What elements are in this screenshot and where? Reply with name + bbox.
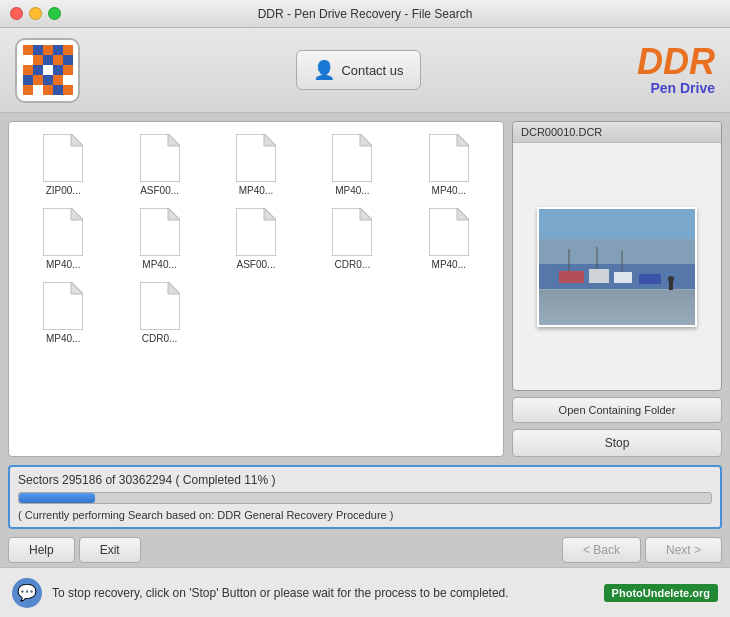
window-title: DDR - Pen Drive Recovery - File Search: [258, 7, 473, 21]
progress-bar-container: [18, 492, 712, 504]
preview-panel: DCR00010.DCR: [512, 121, 722, 457]
file-grid-container[interactable]: ZIP00... ASF00... MP40... MP40... MP40..…: [8, 121, 504, 457]
file-label: ASF00...: [237, 259, 276, 270]
file-label: ASF00...: [140, 185, 179, 196]
svg-rect-28: [559, 271, 584, 283]
file-label: MP40...: [432, 259, 466, 270]
file-item[interactable]: ASF00...: [113, 130, 205, 200]
info-icon: 💬: [12, 578, 42, 608]
file-item[interactable]: MP40...: [403, 130, 495, 200]
main-container: 👤 Contact us DDR Pen Drive ZIP00... ASF0…: [0, 28, 730, 617]
file-icon: [429, 134, 469, 182]
file-icon: [236, 134, 276, 182]
back-button[interactable]: < Back: [562, 537, 641, 563]
exit-button[interactable]: Exit: [79, 537, 141, 563]
file-icon: [140, 208, 180, 256]
contact-button[interactable]: 👤 Contact us: [296, 50, 420, 90]
next-button[interactable]: Next >: [645, 537, 722, 563]
open-folder-button[interactable]: Open Containing Folder: [512, 397, 722, 423]
info-bar: 💬 To stop recovery, click on 'Stop' Butt…: [0, 567, 730, 617]
contact-label: Contact us: [341, 63, 403, 78]
file-grid: ZIP00... ASF00... MP40... MP40... MP40..…: [17, 130, 495, 348]
contact-icon: 👤: [313, 59, 335, 81]
svg-marker-23: [168, 282, 180, 294]
file-icon: [43, 282, 83, 330]
info-message: To stop recovery, click on 'Stop' Button…: [52, 586, 594, 600]
preview-box: DCR00010.DCR: [512, 121, 722, 391]
file-icon: [332, 208, 372, 256]
file-label: CDR0...: [142, 333, 178, 344]
svg-marker-9: [457, 134, 469, 146]
svg-marker-7: [360, 134, 372, 146]
svg-rect-30: [614, 272, 632, 283]
file-label: MP40...: [46, 259, 80, 270]
help-button[interactable]: Help: [8, 537, 75, 563]
svg-marker-19: [457, 208, 469, 220]
file-item[interactable]: CDR0...: [306, 204, 398, 274]
svg-rect-26: [539, 264, 697, 304]
ddr-logo: DDR Pen Drive: [637, 44, 715, 96]
progress-status: ( Currently performing Search based on: …: [18, 509, 712, 521]
file-item[interactable]: MP40...: [210, 130, 302, 200]
content-area: ZIP00... ASF00... MP40... MP40... MP40..…: [0, 113, 730, 465]
file-item[interactable]: CDR0...: [113, 278, 205, 348]
file-item[interactable]: MP40...: [17, 204, 109, 274]
svg-rect-27: [539, 289, 697, 327]
file-label: MP40...: [142, 259, 176, 270]
pen-drive-text: Pen Drive: [637, 80, 715, 96]
svg-marker-11: [71, 208, 83, 220]
svg-marker-5: [264, 134, 276, 146]
svg-marker-13: [168, 208, 180, 220]
file-item[interactable]: ASF00...: [210, 204, 302, 274]
ddr-text: DDR: [637, 44, 715, 80]
file-icon: [43, 208, 83, 256]
svg-marker-15: [264, 208, 276, 220]
file-label: MP40...: [239, 185, 273, 196]
svg-marker-3: [168, 134, 180, 146]
svg-rect-35: [669, 281, 673, 293]
bottom-bar: Help Exit < Back Next >: [0, 533, 730, 567]
watermark: PhotoUndelete.org: [604, 584, 718, 602]
window-controls[interactable]: [10, 7, 61, 20]
svg-marker-21: [71, 282, 83, 294]
preview-image-area: [513, 143, 721, 390]
file-label: MP40...: [432, 185, 466, 196]
file-icon: [236, 208, 276, 256]
titlebar: DDR - Pen Drive Recovery - File Search: [0, 0, 730, 28]
svg-rect-31: [639, 274, 661, 284]
file-label: MP40...: [335, 185, 369, 196]
close-button[interactable]: [10, 7, 23, 20]
file-item[interactable]: MP40...: [306, 130, 398, 200]
file-icon: [140, 134, 180, 182]
file-icon: [332, 134, 372, 182]
file-label: ZIP00...: [46, 185, 81, 196]
checkerboard-icon: [23, 45, 73, 95]
file-icon: [43, 134, 83, 182]
svg-rect-29: [589, 269, 609, 283]
maximize-button[interactable]: [48, 7, 61, 20]
stop-button[interactable]: Stop: [512, 429, 722, 457]
file-icon: [140, 282, 180, 330]
app-logo: [15, 38, 80, 103]
svg-point-36: [668, 276, 674, 282]
preview-img-bg: [539, 209, 695, 325]
file-label: CDR0...: [335, 259, 371, 270]
header: 👤 Contact us DDR Pen Drive: [0, 28, 730, 113]
file-icon: [429, 208, 469, 256]
minimize-button[interactable]: [29, 7, 42, 20]
file-item[interactable]: MP40...: [17, 278, 109, 348]
preview-title: DCR00010.DCR: [513, 122, 721, 143]
preview-image: [537, 207, 697, 327]
svg-marker-1: [71, 134, 83, 146]
progress-text: Sectors 295186 of 30362294 ( Completed 1…: [18, 473, 712, 487]
progress-section: Sectors 295186 of 30362294 ( Completed 1…: [0, 465, 730, 533]
message-icon: 💬: [17, 583, 37, 602]
file-label: MP40...: [46, 333, 80, 344]
file-item[interactable]: MP40...: [113, 204, 205, 274]
svg-marker-17: [360, 208, 372, 220]
file-item[interactable]: MP40...: [403, 204, 495, 274]
file-item[interactable]: ZIP00...: [17, 130, 109, 200]
progress-box: Sectors 295186 of 30362294 ( Completed 1…: [8, 465, 722, 529]
progress-bar-fill: [19, 493, 95, 503]
